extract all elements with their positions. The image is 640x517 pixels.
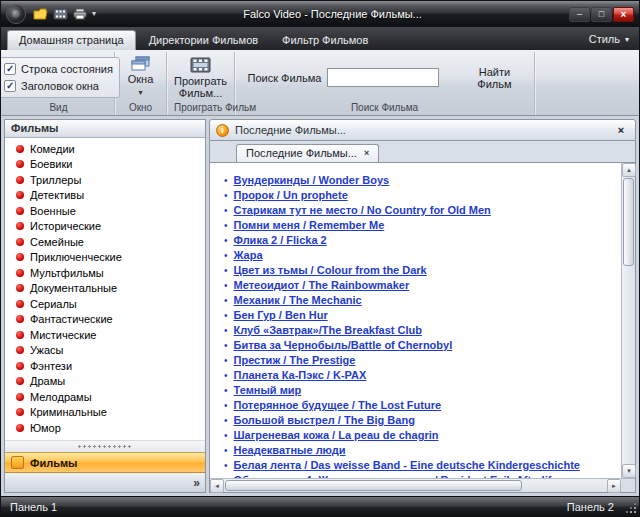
genre-item[interactable]: Мелодрамы bbox=[5, 389, 205, 405]
movie-link[interactable]: Помни меня / Remember Me bbox=[234, 218, 385, 233]
genre-item[interactable]: Боевики bbox=[5, 157, 205, 173]
movie-link[interactable]: Планета Ка-Пэкс / K-PAX bbox=[234, 368, 367, 383]
panel-title: Последние Фильмы... bbox=[235, 124, 607, 136]
chevron-down-icon[interactable]: ▾ bbox=[92, 10, 96, 18]
tab-movie-directories[interactable]: Директории Фильмов bbox=[138, 30, 269, 50]
genre-item[interactable]: Фэнтези bbox=[5, 358, 205, 374]
genre-item[interactable]: Ужасы bbox=[5, 343, 205, 359]
status-bar-checkbox[interactable]: ✓ Строка состояния bbox=[4, 63, 113, 75]
film-icon[interactable] bbox=[53, 8, 68, 20]
genre-item[interactable]: Мультфильмы bbox=[5, 265, 205, 281]
genre-bullet-icon bbox=[16, 284, 24, 292]
vertical-scroll-thumb[interactable] bbox=[623, 178, 634, 266]
movie-link[interactable]: Шагреневая кожа / La peau de chagrin bbox=[234, 428, 439, 443]
genre-item[interactable]: Детективы bbox=[5, 188, 205, 204]
play-movie-button[interactable]: Проиграть Фильм... bbox=[170, 55, 231, 101]
scroll-down-button[interactable]: ▼ bbox=[622, 464, 636, 478]
genre-label: Триллеры bbox=[30, 174, 81, 186]
movie-link[interactable]: Старикам тут не место / No Country for O… bbox=[234, 203, 491, 218]
genre-item[interactable]: Исторические bbox=[5, 219, 205, 235]
resize-grip[interactable] bbox=[626, 503, 636, 513]
windows-button[interactable]: Окна ▾ bbox=[125, 54, 157, 101]
genre-item[interactable]: Криминальные bbox=[5, 405, 205, 421]
movie-link[interactable]: Механик / The Mechanic bbox=[234, 293, 362, 308]
tab-close-button[interactable]: × bbox=[364, 148, 369, 158]
genre-item[interactable]: Сериалы bbox=[5, 296, 205, 312]
movie-list-item: • Пророк / Un prophete bbox=[224, 188, 619, 203]
movie-link[interactable]: Белая лента / Das weisse Band - Eine deu… bbox=[234, 458, 580, 473]
genre-item[interactable]: Триллеры bbox=[5, 172, 205, 188]
movie-link[interactable]: Метеоидиот / The Rainbowmaker bbox=[234, 278, 410, 293]
genre-item[interactable]: Военные bbox=[5, 203, 205, 219]
overflow-chevrons-icon[interactable]: » bbox=[193, 477, 200, 489]
movie-link[interactable]: Цвет из тьмы / Colour from the Dark bbox=[234, 263, 427, 278]
bullet-icon: • bbox=[224, 458, 228, 473]
movie-link[interactable]: Флика 2 / Flicka 2 bbox=[234, 233, 327, 248]
tab-movie-filter[interactable]: Фильтр Фильмов bbox=[271, 30, 379, 50]
movie-link[interactable]: Вундеркинды / Wonder Boys bbox=[234, 173, 390, 188]
scroll-up-button[interactable]: ▲ bbox=[622, 163, 636, 177]
open-folder-icon[interactable] bbox=[33, 8, 48, 20]
bullet-icon: • bbox=[224, 173, 228, 188]
print-icon[interactable] bbox=[73, 8, 87, 20]
panel-close-button[interactable]: × bbox=[613, 122, 629, 138]
genre-item[interactable]: Юмор bbox=[5, 420, 205, 436]
vertical-scroll-track[interactable] bbox=[622, 177, 635, 464]
movie-link[interactable]: Пророк / Un prophete bbox=[234, 188, 348, 203]
genre-label: Документальные bbox=[30, 282, 117, 294]
status-panel-2: Панель 2 bbox=[567, 501, 614, 513]
genre-bullet-icon bbox=[16, 362, 24, 370]
sidebar-splitter[interactable] bbox=[5, 440, 205, 452]
maximize-button[interactable]: □ bbox=[591, 7, 612, 22]
checkbox-checked-icon: ✓ bbox=[4, 80, 16, 92]
genre-item[interactable]: Приключенческие bbox=[5, 250, 205, 266]
movie-link[interactable]: Неадекватные люди bbox=[234, 443, 346, 458]
genre-bullet-icon bbox=[16, 331, 24, 339]
ribbon-group-view: ✓ Строка состояния ✓ Заголовок окна Вид bbox=[3, 52, 115, 115]
genre-item[interactable]: Мистические bbox=[5, 327, 205, 343]
movie-link[interactable]: Престиж / The Prestige bbox=[234, 353, 356, 368]
status-bar: Панель 1 Панель 2 bbox=[1, 496, 639, 516]
genre-bullet-icon bbox=[16, 253, 24, 261]
ribbon-tab-bar: Домашняя страница Директории Фильмов Фил… bbox=[1, 27, 639, 50]
genre-item[interactable]: Драмы bbox=[5, 374, 205, 390]
movie-link[interactable]: Большой выстрел / The Big Bang bbox=[234, 413, 415, 428]
tab-home[interactable]: Домашняя страница bbox=[7, 30, 136, 50]
bullet-icon: • bbox=[224, 413, 228, 428]
movie-link[interactable]: Клуб «Завтрак»/The Breakfast Club bbox=[234, 323, 422, 338]
movie-list-item: • Вундеркинды / Wonder Boys bbox=[224, 173, 619, 188]
genre-label: Сериалы bbox=[30, 298, 77, 310]
movie-link[interactable]: Жара bbox=[234, 248, 263, 263]
minimize-button[interactable]: – bbox=[569, 7, 590, 22]
horizontal-scrollbar[interactable]: ◄ ► bbox=[210, 479, 621, 492]
bullet-icon: • bbox=[224, 293, 228, 308]
content-panel: i Последние Фильмы... × Последние Фильмы… bbox=[209, 119, 636, 493]
movie-link[interactable]: Потерянное будущее / The Lost Future bbox=[234, 398, 442, 413]
scroll-right-button[interactable]: ► bbox=[607, 479, 621, 493]
close-button[interactable]: × bbox=[613, 7, 634, 22]
movie-search-input[interactable] bbox=[327, 68, 439, 87]
genre-item[interactable]: Фантастические bbox=[5, 312, 205, 328]
style-menu[interactable]: Стиль ▾ bbox=[589, 33, 633, 50]
horizontal-scroll-thumb[interactable] bbox=[225, 480, 522, 491]
group-label-play: Проиграть Фильм bbox=[170, 101, 231, 115]
document-tab[interactable]: Последние Фильмы... × bbox=[236, 144, 379, 162]
scroll-left-button[interactable]: ◄ bbox=[210, 479, 224, 493]
genre-item[interactable]: Семейные bbox=[5, 234, 205, 250]
sidebar-movies-bar-label: Фильмы bbox=[30, 457, 77, 469]
movie-link[interactable]: Темный мир bbox=[234, 383, 302, 398]
genre-label: Мелодрамы bbox=[30, 391, 92, 403]
find-movie-button[interactable]: Найти Фильм bbox=[467, 64, 521, 92]
genre-label: Комедии bbox=[30, 143, 75, 155]
app-menu-button[interactable] bbox=[6, 4, 26, 24]
horizontal-scroll-track[interactable] bbox=[224, 479, 607, 492]
genre-item[interactable]: Комедии bbox=[5, 141, 205, 157]
sidebar-movies-bar[interactable]: Фильмы bbox=[5, 452, 205, 473]
bullet-icon: • bbox=[224, 338, 228, 353]
genre-item[interactable]: Документальные bbox=[5, 281, 205, 297]
genre-label: Юмор bbox=[30, 422, 61, 434]
window-title-checkbox[interactable]: ✓ Заголовок окна bbox=[4, 80, 113, 92]
movie-link[interactable]: Бен Гур / Ben Hur bbox=[234, 308, 328, 323]
movie-link[interactable]: Битва за Чернобыль/Battle of Chernobyl bbox=[234, 338, 453, 353]
vertical-scrollbar[interactable]: ▲ ▼ bbox=[621, 163, 635, 478]
